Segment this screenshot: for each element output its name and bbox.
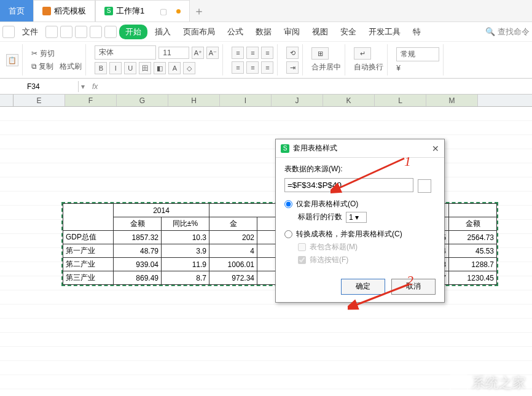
radio-input[interactable] bbox=[284, 200, 292, 208]
checkbox-input bbox=[298, 256, 306, 264]
menu-insert[interactable]: 插入 bbox=[150, 24, 176, 40]
menu-security[interactable]: 安全 bbox=[335, 24, 361, 40]
tab-label: 工作簿1 bbox=[116, 6, 144, 17]
range-picker-icon[interactable] bbox=[418, 179, 431, 193]
wrap-label[interactable]: 自动换行 bbox=[354, 62, 383, 72]
checkbox-input bbox=[298, 243, 306, 251]
unsaved-dot-icon bbox=[176, 9, 181, 14]
apply-table-style-dialog: S 套用表格样式 ✕ 表数据的来源(W): 仅套用表格样式(O) 标题行的行数 … bbox=[275, 139, 445, 303]
italic-button[interactable]: I bbox=[109, 62, 122, 74]
orient-icon[interactable]: ⟲ bbox=[286, 47, 299, 59]
flame-icon bbox=[42, 7, 51, 15]
source-input[interactable] bbox=[284, 178, 413, 192]
col-G[interactable]: G bbox=[117, 95, 168, 106]
merge-label[interactable]: 合并居中 bbox=[311, 62, 341, 72]
dialog-title: 套用表格样式 bbox=[293, 143, 337, 153]
annotation-number-2: 2 bbox=[407, 273, 413, 289]
cancel-button[interactable]: 取消 bbox=[391, 279, 436, 295]
font-select[interactable]: 宋体 bbox=[95, 45, 156, 60]
col-M[interactable]: M bbox=[426, 95, 478, 106]
wrap-icon[interactable]: ↵ bbox=[354, 47, 371, 60]
col-H[interactable]: H bbox=[168, 95, 220, 106]
preview-icon[interactable] bbox=[75, 26, 87, 38]
command-search[interactable]: 🔍 查找命令 bbox=[485, 26, 530, 37]
hdr-year: 2014 bbox=[114, 204, 209, 217]
align-bot-icon[interactable]: ≡ bbox=[261, 47, 273, 59]
new-tab-button[interactable]: ＋ bbox=[190, 4, 208, 18]
currency-button[interactable]: ¥ bbox=[396, 64, 401, 72]
hdr-amt2: 金 bbox=[209, 217, 257, 231]
menu-bar: 文件 开始 插入 页面布局 公式 数据 审阅 视图 安全 开发工具 特 🔍 查找… bbox=[0, 22, 532, 42]
inc-font-icon[interactable]: A⁺ bbox=[192, 47, 204, 59]
menu-review[interactable]: 审阅 bbox=[279, 24, 305, 40]
dec-font-icon[interactable]: A⁻ bbox=[206, 47, 219, 59]
align-top-icon[interactable]: ≡ bbox=[232, 47, 244, 59]
bold-button[interactable]: B bbox=[95, 62, 107, 74]
undo-icon[interactable] bbox=[90, 26, 102, 38]
menu-more[interactable]: 特 bbox=[408, 24, 426, 40]
number-format-select[interactable]: 常规 bbox=[396, 47, 439, 61]
col-E[interactable]: E bbox=[14, 95, 65, 106]
align-right-icon[interactable]: ≡ bbox=[261, 61, 273, 74]
fx-icon[interactable]: fx bbox=[87, 82, 103, 91]
menu-start[interactable]: 开始 bbox=[119, 25, 147, 39]
fill-color-button[interactable]: ◧ bbox=[154, 62, 166, 74]
cut-button[interactable]: ✂剪切 bbox=[31, 49, 82, 59]
watermark-icon bbox=[450, 374, 468, 392]
align-left-icon[interactable]: ≡ bbox=[232, 61, 244, 74]
menu-dev[interactable]: 开发工具 bbox=[364, 24, 405, 40]
menu-icon[interactable] bbox=[2, 26, 15, 38]
source-label: 表数据的来源(W): bbox=[284, 164, 436, 174]
save-icon[interactable] bbox=[45, 26, 58, 38]
border-button[interactable]: 田 bbox=[139, 62, 151, 74]
copy-button[interactable]: ⧉ 复制 bbox=[31, 61, 53, 72]
chk-filter: 筛选按钮(F) bbox=[298, 255, 436, 265]
col-L[interactable]: L bbox=[375, 95, 426, 106]
menu-view[interactable]: 视图 bbox=[307, 24, 333, 40]
align-center-icon[interactable]: ≡ bbox=[246, 61, 259, 74]
name-box[interactable]: F34 bbox=[23, 81, 79, 92]
tab-label: 稻壳模板 bbox=[54, 6, 86, 17]
font-size-select[interactable]: 11 bbox=[158, 47, 189, 59]
menu-layout[interactable]: 页面布局 bbox=[178, 24, 220, 40]
dialog-app-icon: S bbox=[281, 144, 289, 153]
ok-button[interactable]: 确定 bbox=[341, 279, 385, 295]
font-color-button[interactable]: A bbox=[168, 62, 181, 74]
tab-templates[interactable]: 稻壳模板 bbox=[33, 0, 95, 21]
radio-convert-table[interactable]: 转换成表格，并套用表格样式(C) bbox=[284, 229, 436, 239]
paste-icon[interactable]: 📋 bbox=[6, 54, 18, 66]
radio-style-only[interactable]: 仅套用表格样式(O) bbox=[284, 199, 436, 209]
menu-formula[interactable]: 公式 bbox=[222, 24, 248, 40]
radio-input[interactable] bbox=[284, 230, 292, 238]
col-F[interactable]: F bbox=[65, 95, 117, 106]
col-K[interactable]: K bbox=[323, 95, 375, 106]
document-tabs: 首页 稻壳模板 S 工作簿1 ▢ ＋ bbox=[0, 0, 532, 22]
search-icon: 🔍 bbox=[485, 27, 495, 36]
merge-icon[interactable]: ⊞ bbox=[311, 47, 329, 60]
col-J[interactable]: J bbox=[272, 95, 323, 106]
align-mid-icon[interactable]: ≡ bbox=[246, 47, 259, 59]
scissors-icon: ✂ bbox=[31, 49, 37, 58]
spreadsheet-icon: S bbox=[104, 7, 113, 15]
header-rows-label: 标题行的行数 bbox=[298, 212, 342, 222]
column-headers: E F G H I J K L M bbox=[0, 95, 532, 107]
menu-file[interactable]: 文件 bbox=[17, 24, 43, 40]
menu-data[interactable]: 数据 bbox=[251, 24, 276, 40]
search-placeholder: 查找命令 bbox=[498, 26, 530, 37]
ribbon: 📋 ✂剪切 ⧉ 复制 格式刷 宋体 11 A⁺ A⁻ B I U 田 ◧ A ◇… bbox=[0, 42, 532, 79]
tab-home[interactable]: 首页 bbox=[0, 0, 33, 21]
watermark: 系统之家 bbox=[450, 374, 526, 392]
indent-icon[interactable]: ⇥ bbox=[286, 61, 299, 74]
format-painter-button[interactable]: 格式刷 bbox=[60, 61, 82, 72]
grid[interactable]: 2014 2 业 增值 金额 同比±% 金 同比±% 金额 GDP总值 1857… bbox=[0, 107, 532, 396]
superscript-button[interactable]: ◇ bbox=[183, 62, 195, 74]
window-icon: ▢ bbox=[160, 7, 167, 16]
underline-button[interactable]: U bbox=[124, 62, 136, 74]
dropdown-icon[interactable]: ▾ bbox=[79, 82, 87, 91]
close-button[interactable]: ✕ bbox=[432, 144, 439, 153]
header-rows-select[interactable]: 1 ▾ bbox=[346, 212, 367, 223]
redo-icon[interactable] bbox=[104, 26, 117, 38]
print-icon[interactable] bbox=[60, 26, 72, 38]
col-I[interactable]: I bbox=[220, 95, 272, 106]
tab-workbook[interactable]: S 工作簿1 ▢ bbox=[95, 0, 190, 21]
